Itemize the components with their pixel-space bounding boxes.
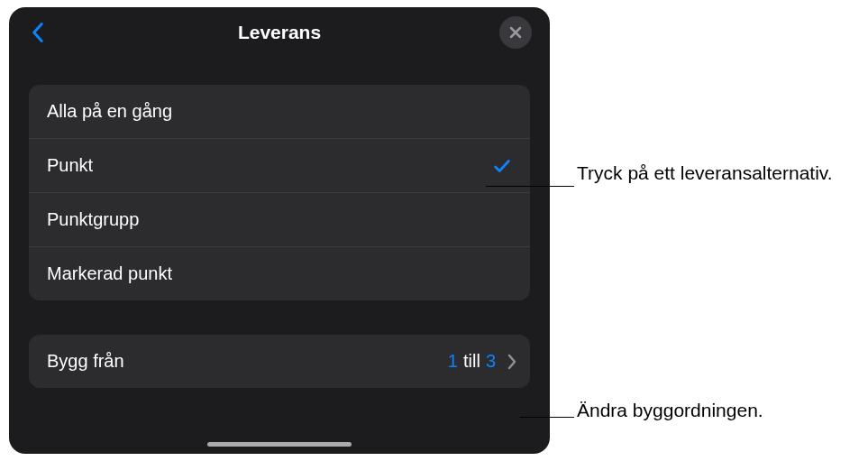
option-label: Alla på en gång: [47, 101, 172, 122]
option-label: Markerad punkt: [47, 263, 172, 284]
build-separator: till: [463, 351, 480, 372]
build-from-number: 1: [448, 351, 458, 372]
build-to-number: 3: [486, 351, 496, 372]
content-area: Alla på en gång Punkt Punktgrupp Markera…: [9, 58, 550, 388]
build-from-row[interactable]: Bygg från 1 till 3: [29, 335, 530, 388]
close-icon: [508, 25, 523, 40]
callout-line: [520, 417, 574, 418]
chevron-right-icon: [507, 354, 517, 370]
callout-delivery-option: Tryck på ett leveransalternativ.: [577, 161, 847, 186]
checkmark-icon: [492, 156, 512, 176]
home-indicator[interactable]: [207, 442, 352, 447]
callout-build-order: Ändra byggordningen.: [577, 398, 847, 423]
build-from-group: Bygg från 1 till 3: [29, 335, 530, 388]
callout-line: [486, 186, 574, 187]
build-from-value: 1 till 3: [448, 351, 517, 372]
delivery-options-list: Alla på en gång Punkt Punktgrupp Markera…: [29, 85, 530, 300]
option-label: Punkt: [47, 155, 93, 176]
delivery-panel: Leverans Alla på en gång Punkt Punktgrup: [9, 7, 550, 454]
chevron-left-icon: [30, 22, 46, 43]
option-all-at-once[interactable]: Alla på en gång: [29, 85, 530, 139]
option-bullet-group[interactable]: Punktgrupp: [29, 193, 530, 247]
build-from-label: Bygg från: [47, 351, 124, 372]
option-bullet[interactable]: Punkt: [29, 139, 530, 193]
back-button[interactable]: [27, 22, 49, 43]
close-button[interactable]: [499, 16, 532, 49]
option-highlighted-bullet[interactable]: Markerad punkt: [29, 247, 530, 300]
nav-bar: Leverans: [9, 7, 550, 58]
nav-title: Leverans: [238, 22, 321, 43]
option-label: Punktgrupp: [47, 209, 139, 230]
